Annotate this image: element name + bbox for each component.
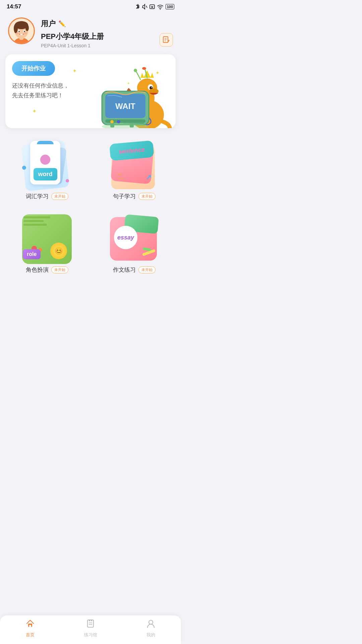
word-learning-item[interactable]: word 词汇学习 未开始: [3, 133, 90, 207]
profile-section: 用户 ✏️ PEP小学4年级上册 PEP4A-Unit 1-Lesson 1: [0, 12, 181, 52]
svg-point-15: [16, 32, 18, 34]
essay-card-illustration: essay: [107, 212, 161, 266]
essay-label: 作文练习: [113, 266, 136, 274]
status-icons: 100: [135, 4, 174, 10]
word-label-row: 词汇学习 未开始: [26, 193, 68, 200]
bluetooth-icon: [135, 4, 140, 10]
user-name: 用户: [41, 19, 56, 29]
avatar-illustration: [9, 18, 34, 43]
svg-point-30: [134, 69, 137, 72]
svg-point-17: [20, 34, 23, 35]
role-card-illustration: 😊 role: [20, 212, 74, 266]
book-title-row: PEP小学4年级上册 PEP4A-Unit 1-Lesson 1: [41, 32, 173, 48]
svg-point-28: [152, 87, 153, 88]
svg-point-13: [18, 31, 20, 32]
edit-icon[interactable]: ✏️: [58, 20, 66, 28]
svg-point-9: [14, 24, 18, 33]
start-homework-button[interactable]: 开始作业: [12, 61, 55, 76]
sentence-learning-item[interactable]: sentence ↗ 句子学习 未开始: [90, 133, 178, 207]
svg-point-14: [24, 31, 25, 32]
svg-point-10: [25, 24, 29, 31]
homework-card: 开始作业 还没有任何作业信息，先去任务里练习吧！ ✦ ♪ ✦: [5, 54, 176, 128]
learning-grid: word 词汇学习 未开始 sentence ↗ 句子学习 未开始: [0, 133, 181, 280]
book-subtitle: PEP4A-Unit 1-Lesson 1: [41, 43, 104, 48]
sparkle-3: ✦: [32, 108, 37, 114]
sentence-card-illustration: sentence ↗: [107, 139, 161, 193]
sparkle-1: ✦: [72, 68, 77, 74]
essay-label-row: 作文练习 未开始: [113, 266, 156, 274]
svg-text:✦: ✦: [127, 82, 130, 85]
svg-point-31: [142, 67, 146, 70]
svg-point-16: [24, 32, 27, 34]
word-card-illustration: word: [20, 139, 74, 193]
role-label: 角色扮演: [26, 266, 49, 274]
avatar[interactable]: [8, 17, 35, 44]
wifi-icon: [157, 4, 164, 10]
svg-text:✦: ✦: [156, 70, 160, 75]
role-play-item[interactable]: 😊 role 角色扮演 未开始: [3, 207, 90, 280]
svg-point-4: [160, 9, 160, 9]
role-status-tag: 未开始: [51, 266, 68, 273]
essay-item[interactable]: essay 作文练习 未开始: [90, 207, 178, 280]
status-bar: 14:57 100: [0, 0, 181, 12]
essay-status-tag: 未开始: [138, 266, 156, 273]
sentence-label-row: 句子学习 未开始: [113, 193, 156, 200]
no-homework-text: 还没有任何作业信息，先去任务里练习吧！: [12, 81, 79, 101]
sentence-status-tag: 未开始: [138, 193, 156, 200]
book-edit-icon[interactable]: [160, 33, 173, 47]
close-icon: [149, 4, 155, 10]
profile-info: 用户 ✏️ PEP小学4年级上册 PEP4A-Unit 1-Lesson 1: [41, 17, 173, 48]
role-label-row: 角色扮演 未开始: [26, 266, 68, 274]
svg-line-0: [146, 6, 147, 8]
book-title: PEP小学4年级上册: [41, 32, 104, 42]
svg-point-42: [117, 120, 120, 123]
svg-point-41: [110, 120, 114, 123]
word-status-tag: 未开始: [51, 193, 68, 200]
user-name-row: 用户 ✏️: [41, 19, 173, 29]
svg-text:WAIT: WAIT: [115, 102, 135, 111]
mute-icon: [142, 4, 147, 10]
sentence-label: 句子学习: [113, 193, 136, 200]
battery-icon: 100: [166, 4, 174, 9]
status-time: 14:57: [7, 3, 21, 10]
wait-tv-illustration: ✦ ✦ WAIT: [95, 58, 172, 128]
book-title-info: PEP小学4年级上册 PEP4A-Unit 1-Lesson 1: [41, 32, 104, 48]
word-label: 词汇学习: [26, 193, 49, 200]
